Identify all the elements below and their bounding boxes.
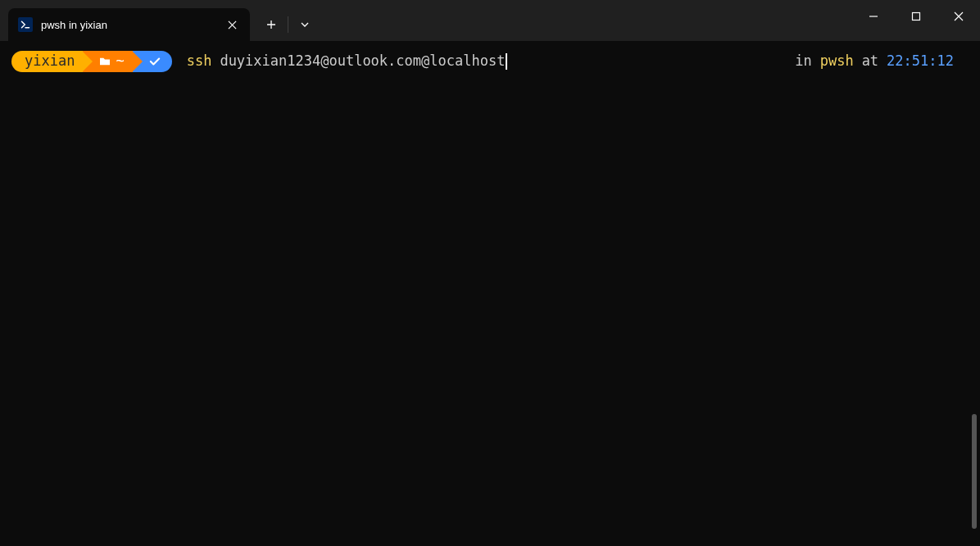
prompt-path: ~ <box>116 51 124 72</box>
minimize-button[interactable] <box>852 0 895 33</box>
status-shell: pwsh <box>820 51 854 72</box>
svg-rect-0 <box>913 13 920 20</box>
status-in-label: in <box>795 51 811 72</box>
tab-close-button[interactable] <box>224 16 240 33</box>
tab-dropdown-button[interactable] <box>290 10 320 39</box>
folder-icon <box>99 57 111 66</box>
terminal-area[interactable]: yixian ~ ssh duyixian1234@outlook.com@lo… <box>0 41 980 82</box>
titlebar: pwsh in yixian <box>0 0 980 41</box>
prompt-user-segment: yixian <box>11 51 83 72</box>
powershell-icon <box>18 17 33 32</box>
window-controls <box>852 0 980 33</box>
command-argument: duyixian1234@outlook.com@localhost <box>220 51 505 72</box>
status-time: 22:51:12 <box>887 51 954 72</box>
new-tab-button[interactable] <box>256 10 286 39</box>
command-name: ssh <box>187 51 212 72</box>
maximize-button[interactable] <box>895 0 937 33</box>
close-window-button[interactable] <box>937 0 980 33</box>
scrollbar[interactable] <box>972 414 977 529</box>
tab-active[interactable]: pwsh in yixian <box>8 8 250 41</box>
divider <box>288 16 288 33</box>
status-at-label: at <box>862 51 878 72</box>
prompt-segments: yixian ~ <box>11 51 172 72</box>
tab-title: pwsh in yixian <box>41 19 224 31</box>
prompt-user: yixian <box>25 51 75 72</box>
check-icon <box>149 57 161 66</box>
text-cursor <box>506 53 507 70</box>
titlebar-controls <box>256 8 320 41</box>
command-input[interactable]: ssh duyixian1234@outlook.com@localhost <box>187 51 508 72</box>
right-prompt-status: in pwsh at 22:51:12 <box>795 51 954 72</box>
